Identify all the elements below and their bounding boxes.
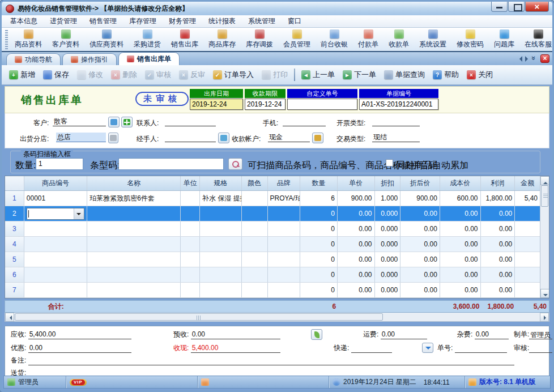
- cell-product-name[interactable]: [87, 252, 181, 267]
- handler-lookup-button[interactable]: [218, 133, 229, 143]
- tab-scroll-right-icon[interactable]: [525, 56, 528, 62]
- cell-profit[interactable]: 0.00: [481, 221, 515, 236]
- doc-toolbar-button[interactable]: ✓ 审核: [141, 67, 175, 82]
- cell-discounted-price[interactable]: 0.00: [400, 252, 440, 267]
- grid-header-cell[interactable]: 颜色: [242, 176, 268, 190]
- cell-amount[interactable]: 5,40: [515, 191, 540, 206]
- cell-spec[interactable]: 补水 保湿 提拉: [200, 191, 242, 206]
- grid-header-cell[interactable]: 品牌: [268, 176, 301, 190]
- toolbar-button[interactable]: 问题库: [489, 29, 519, 50]
- cell-discount[interactable]: 0.000: [375, 221, 401, 236]
- prepaid-lookup-button[interactable]: [311, 329, 322, 340]
- toolbar-button[interactable]: 商品库存: [203, 29, 241, 50]
- cell-unit[interactable]: [181, 221, 200, 236]
- tab[interactable]: 销售出库单: [118, 52, 180, 65]
- header-field-value[interactable]: 2019-12-24: [190, 99, 243, 110]
- cell-amount[interactable]: [515, 252, 540, 267]
- doc-toolbar-button[interactable]: × 关闭: [463, 67, 497, 82]
- grid-header-cell[interactable]: 商品编号: [24, 176, 87, 190]
- cell-cost-price[interactable]: 600.00: [440, 191, 481, 206]
- invoice-type-input[interactable]: [372, 117, 420, 126]
- cell-brand[interactable]: [268, 252, 301, 267]
- toolbar-button[interactable]: 供应商资料: [84, 29, 129, 50]
- header-field-value[interactable]: 2019-12-24: [245, 99, 285, 110]
- cell-discounted-price[interactable]: 0.00: [400, 237, 440, 252]
- tab[interactable]: 操作指引: [62, 53, 117, 65]
- prepaid-value[interactable]: 0.00: [191, 330, 280, 339]
- cell-spec[interactable]: [200, 237, 242, 252]
- cell-color[interactable]: [242, 221, 268, 236]
- grid-header-cell[interactable]: 金额: [515, 176, 540, 190]
- menu-item[interactable]: 系统管理: [242, 15, 282, 28]
- doc-toolbar-button[interactable]: [294, 69, 295, 81]
- cell-unit-price[interactable]: 0.00: [338, 283, 375, 297]
- toolbar-button[interactable]: 修改密码: [451, 29, 489, 50]
- cell-quantity[interactable]: 0: [300, 252, 338, 267]
- cell-discount[interactable]: 0.000: [375, 267, 401, 282]
- cell-brand[interactable]: [268, 283, 301, 297]
- cell-spec[interactable]: [200, 283, 242, 297]
- express-value[interactable]: [351, 344, 392, 353]
- cell-discounted-price[interactable]: 0.00: [400, 206, 440, 221]
- maximize-button[interactable]: [508, 2, 525, 12]
- doc-toolbar-button[interactable]: ► 下一单: [339, 67, 380, 82]
- horizontal-scroll-thumb[interactable]: [15, 313, 383, 321]
- auto-accumulate-checkbox[interactable]: [386, 159, 393, 167]
- cell-unit[interactable]: [181, 206, 200, 221]
- vertical-scrollbar[interactable]: [540, 176, 549, 298]
- cell-quantity[interactable]: 0: [300, 221, 338, 236]
- doc-toolbar-button[interactable]: × 反审: [175, 67, 209, 82]
- cell-product-name[interactable]: [87, 267, 181, 282]
- cell-amount[interactable]: [515, 221, 540, 236]
- toolbar-button[interactable]: 采购进货: [129, 29, 166, 50]
- handler-input[interactable]: [165, 133, 216, 142]
- cell-brand[interactable]: [268, 206, 301, 221]
- cell-cost-price[interactable]: 0.00: [440, 206, 481, 221]
- cell-profit[interactable]: 0.00: [481, 237, 515, 252]
- doc-toolbar-button[interactable]: ◄ 上一单: [297, 67, 339, 82]
- cell-quantity[interactable]: 0: [300, 283, 338, 297]
- scroll-up-icon[interactable]: [540, 176, 549, 185]
- toolbar-button[interactable]: 客户资料: [47, 29, 84, 50]
- grid-header-cell[interactable]: 折扣: [375, 176, 401, 190]
- scroll-down-icon[interactable]: [540, 289, 549, 298]
- tab-close-icon[interactable]: [540, 54, 549, 63]
- toolbar-grip-handle[interactable]: [5, 30, 8, 49]
- cell-color[interactable]: [242, 237, 268, 252]
- toolbar-button[interactable]: 收款单: [383, 29, 414, 50]
- table-row[interactable]: 4: [5, 237, 540, 252]
- receivable-value[interactable]: 5,400.00: [28, 330, 131, 339]
- header-field-value[interactable]: [287, 99, 357, 110]
- cell-cost-price[interactable]: 0.00: [440, 252, 481, 267]
- table-row[interactable]: 2: [5, 206, 540, 221]
- combobox-text[interactable]: [27, 208, 74, 219]
- cell-product-name[interactable]: 珀莱雅紧致肌密6件套: [87, 191, 181, 206]
- branch-select-button[interactable]: [108, 133, 118, 143]
- header-field-value[interactable]: A01-XS-201912240001: [359, 99, 438, 110]
- close-button[interactable]: [525, 2, 549, 12]
- menu-item[interactable]: 库存管理: [123, 15, 163, 28]
- tab-scroll-left-icon[interactable]: [519, 56, 522, 62]
- grid-header-cell[interactable]: 名称: [87, 176, 181, 190]
- cell-unit[interactable]: [181, 283, 200, 297]
- cell-product-code[interactable]: 00001: [24, 191, 87, 206]
- grid-header-cell[interactable]: [5, 176, 24, 190]
- assistant-icon[interactable]: [201, 378, 209, 386]
- table-row[interactable]: 3: [5, 221, 540, 237]
- barcode-search-button[interactable]: [228, 158, 242, 170]
- toolbar-button[interactable]: 付款单: [353, 29, 383, 50]
- cell-quantity[interactable]: 0: [300, 206, 338, 221]
- cell-discounted-price[interactable]: 0.00: [400, 221, 440, 236]
- cell-product-code[interactable]: [24, 206, 87, 221]
- cell-product-code[interactable]: [24, 267, 87, 282]
- cell-spec[interactable]: [200, 221, 242, 236]
- cell-discount[interactable]: 0.000: [375, 237, 401, 252]
- vertical-scroll-thumb[interactable]: [541, 185, 548, 207]
- doc-toolbar-button[interactable]: 单据查询: [380, 67, 429, 82]
- grid-header-cell[interactable]: 数量: [300, 176, 338, 190]
- misc-fee-value[interactable]: 0.00: [475, 330, 509, 339]
- product-code-combobox[interactable]: [27, 208, 84, 220]
- cell-discount[interactable]: 0.000: [375, 206, 401, 221]
- cell-unit[interactable]: [181, 267, 200, 282]
- contact-input[interactable]: [165, 117, 216, 126]
